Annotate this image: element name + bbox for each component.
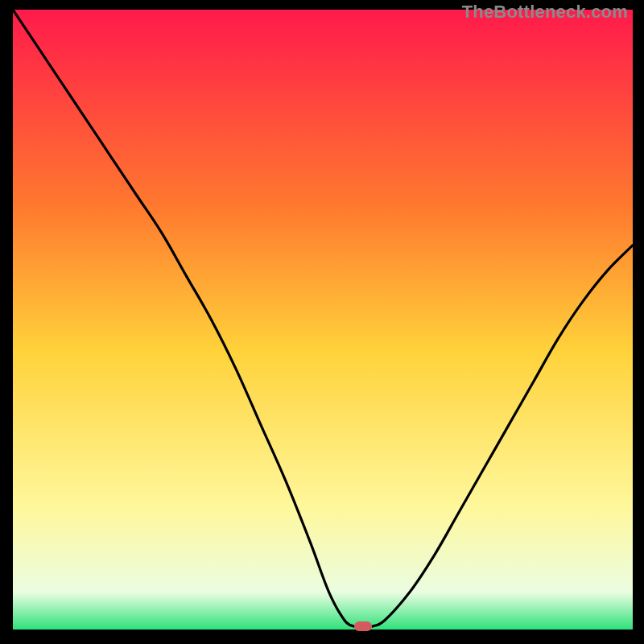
chart-svg <box>13 10 633 630</box>
chart-plot-area <box>13 10 633 630</box>
chart-background-gradient <box>13 10 633 630</box>
watermark-text: TheBottleneck.com <box>462 2 628 23</box>
optimum-marker <box>354 621 372 631</box>
chart-frame: TheBottleneck.com <box>0 0 644 644</box>
